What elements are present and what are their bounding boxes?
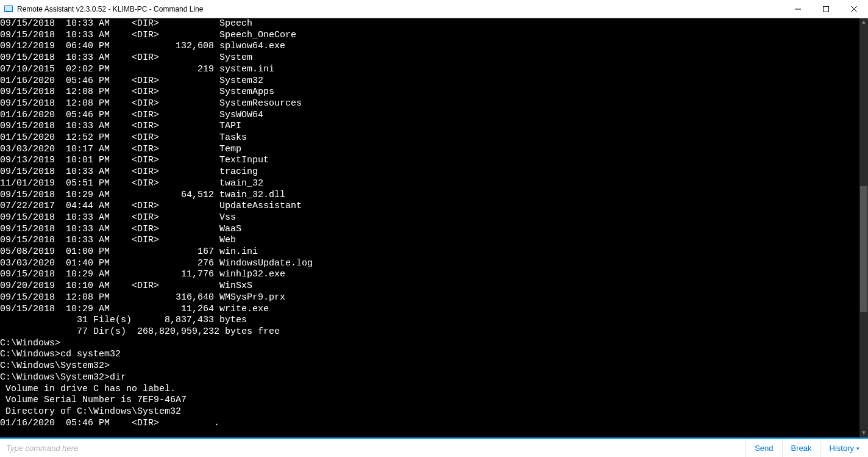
close-button[interactable]	[840, 0, 868, 18]
send-button[interactable]: Send	[745, 439, 781, 457]
titlebar: Remote Assistant v2.3.0.52 - KLIMB-PC - …	[0, 0, 868, 18]
scroll-up-arrow[interactable]: ▲	[859, 18, 868, 27]
chevron-down-icon: ▾	[856, 445, 859, 452]
minimize-button[interactable]	[784, 0, 812, 18]
terminal-scrollbar[interactable]: ▲ ▼	[859, 18, 868, 437]
history-label: History	[830, 444, 854, 453]
app-icon	[4, 4, 13, 14]
break-button[interactable]: Break	[782, 439, 820, 457]
scroll-down-arrow[interactable]: ▼	[859, 429, 868, 437]
svg-rect-3	[824, 6, 829, 12]
maximize-button[interactable]	[812, 0, 840, 18]
scroll-thumb[interactable]	[860, 186, 867, 312]
window-controls	[784, 0, 868, 18]
footer: Send Break History ▾	[0, 439, 868, 457]
window-title: Remote Assistant v2.3.0.52 - KLIMB-PC - …	[17, 5, 784, 13]
terminal-output[interactable]: 09/15/2018 10:33 AM <DIR> Speech 09/15/2…	[0, 18, 868, 437]
svg-rect-1	[5, 6, 12, 11]
history-button[interactable]: History ▾	[820, 439, 868, 457]
command-input[interactable]	[0, 439, 745, 457]
footer-actions: Send Break History ▾	[745, 439, 868, 457]
